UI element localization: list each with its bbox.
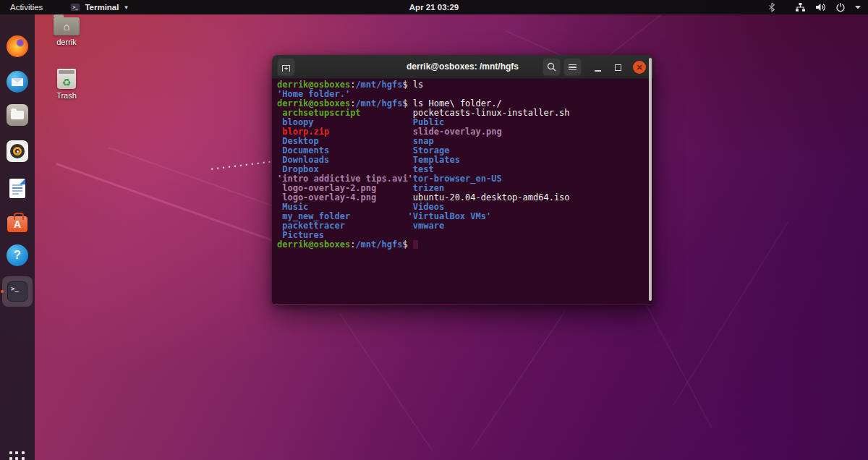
ubuntu-software-icon: A (7, 216, 27, 232)
terminal-line: packettracer vmware (277, 221, 646, 231)
minimize-icon (595, 70, 601, 72)
terminal-scrollbar[interactable] (649, 58, 652, 301)
terminal-text-segment: trizen (408, 183, 445, 193)
wallpaper-pattern-line (673, 221, 789, 406)
terminal-text-segment: 'VirtualBox VMs' (408, 211, 492, 221)
terminal-text-segment: /mnt/hgfs (355, 80, 402, 90)
recycle-glyph: ♻ (62, 76, 72, 89)
wallpaper-diagonal-line (108, 147, 286, 211)
terminal-text-segment: Public (408, 117, 445, 127)
focused-app-label: Terminal (85, 3, 119, 12)
terminal-text-segment: $ ls (402, 80, 423, 90)
menu-button[interactable] (563, 58, 582, 76)
chevron-down-icon (855, 6, 861, 9)
rhythmbox-icon (7, 140, 28, 162)
network-icon (795, 2, 806, 12)
terminal-text-segment: vmware (408, 221, 445, 231)
terminal-app-icon: >_ (70, 3, 80, 12)
terminal-line: Downloads Templates (277, 156, 646, 165)
activities-button[interactable]: Activities (7, 3, 46, 12)
terminal-icon: >_ (7, 281, 27, 302)
desktop-icon-derrik[interactable]: ⌂ derrik (43, 17, 90, 46)
power-icon (835, 2, 846, 12)
terminal-line: logo-overlay-4.png ubuntu-20.04-desktop-… (277, 193, 646, 203)
focused-app-menu[interactable]: >_ Terminal ▼ (70, 3, 129, 12)
top-bar: Activities >_ Terminal ▼ Apr 21 03:29 (0, 0, 868, 14)
wallpaper-pattern-line (472, 310, 566, 449)
wallpaper-dotted-line (210, 161, 271, 171)
terminal-text-segment: $ (402, 239, 412, 250)
dock-item-files[interactable] (6, 103, 29, 127)
terminal-text-segment: $ ls Home\ folder./ (402, 98, 501, 108)
maximize-icon (615, 64, 621, 71)
running-indicator-dot (1, 290, 4, 293)
desktop-icon-label: derrik (43, 38, 90, 46)
terminal-text-segment: derrik@osboxes (277, 239, 350, 250)
terminal-window: + derrik@osboxes: /mnt/hgfs ✕ derrik@osb… (272, 55, 653, 305)
clock[interactable]: Apr 21 03:29 (0, 3, 868, 12)
home-glyph: ⌂ (63, 21, 69, 32)
dock-item-firefox[interactable] (6, 35, 29, 58)
close-icon: ✕ (636, 64, 642, 72)
terminal-line: Desktop snap (277, 137, 646, 146)
search-button[interactable] (542, 58, 561, 76)
terminal-text-segment: derrik@osboxes (277, 80, 350, 90)
dock-item-help[interactable]: ? (6, 244, 29, 267)
libreoffice-writer-icon (9, 179, 25, 198)
terminal-text-segment: pocketcasts-linux-installer.sh (408, 108, 570, 118)
chevron-down-icon: ▼ (123, 4, 129, 11)
firefox-icon (7, 35, 28, 57)
search-icon (547, 62, 556, 72)
terminal-text-segment: slide-overlay.png (408, 127, 502, 137)
terminal-text-segment: /mnt/hgfs (355, 239, 402, 250)
terminal-output[interactable]: derrik@osboxes:/mnt/hgfs$ ls'Home folder… (272, 79, 653, 304)
terminal-text-segment: tor-browser_en-US (408, 174, 502, 184)
minimize-button[interactable] (590, 59, 605, 75)
desktop-icon-label: Trash (43, 91, 90, 100)
home-folder-icon: ⌂ (54, 17, 80, 35)
dock-item-ubuntu-software[interactable]: A (6, 210, 29, 234)
terminal-text-segment: Storage (408, 145, 450, 156)
files-icon (7, 104, 28, 126)
dock-item-terminal[interactable]: >_ (2, 276, 33, 307)
terminal-line: derrik@osboxes:/mnt/hgfs$ (277, 240, 646, 250)
terminal-text-segment: snap (408, 136, 434, 146)
hamburger-menu-icon (569, 64, 576, 70)
system-tray[interactable] (768, 2, 861, 12)
volume-icon (815, 2, 826, 12)
new-tab-button[interactable]: + (277, 58, 295, 76)
dock-item-libreoffice-writer[interactable] (6, 176, 29, 200)
terminal-cursor (413, 240, 418, 249)
terminal-text-segment: 'Home folder.' (277, 89, 350, 99)
terminal-line: archsetupscript pocketcasts-linux-instal… (277, 108, 646, 118)
terminal-text-segment: test (408, 164, 434, 174)
terminal-titlebar[interactable]: + derrik@osboxes: /mnt/hgfs ✕ (272, 55, 653, 79)
wallpaper-pattern-line (339, 312, 433, 451)
terminal-text-segment: Videos (408, 202, 445, 212)
terminal-text-segment: /mnt/hgfs (355, 98, 402, 108)
terminal-text-segment: ubuntu-20.04-desktop-amd64.iso (408, 192, 570, 203)
show-applications-button[interactable] (9, 451, 25, 460)
new-tab-icon: + (282, 65, 290, 72)
maximize-button[interactable] (610, 59, 626, 75)
terminal-line: blorp.zip slide-overlay.png (277, 127, 646, 137)
terminal-text-segment: Templates (408, 155, 460, 165)
close-button[interactable]: ✕ (633, 61, 646, 74)
trash-icon: ♻ (57, 69, 76, 89)
dock-item-thunderbird[interactable] (6, 70, 29, 93)
help-icon: ? (7, 244, 28, 266)
bluetooth-icon (768, 2, 775, 12)
desktop-icon-trash[interactable]: ♻ Trash (43, 69, 90, 100)
terminal-text-segment: Pictures (277, 230, 324, 240)
terminal-line: Documents Storage (277, 146, 646, 156)
dock-item-rhythmbox[interactable] (6, 140, 29, 163)
dock: A ? >_ (0, 14, 35, 460)
thunderbird-icon (7, 71, 28, 93)
terminal-text-segment: derrik@osboxes (277, 98, 350, 108)
